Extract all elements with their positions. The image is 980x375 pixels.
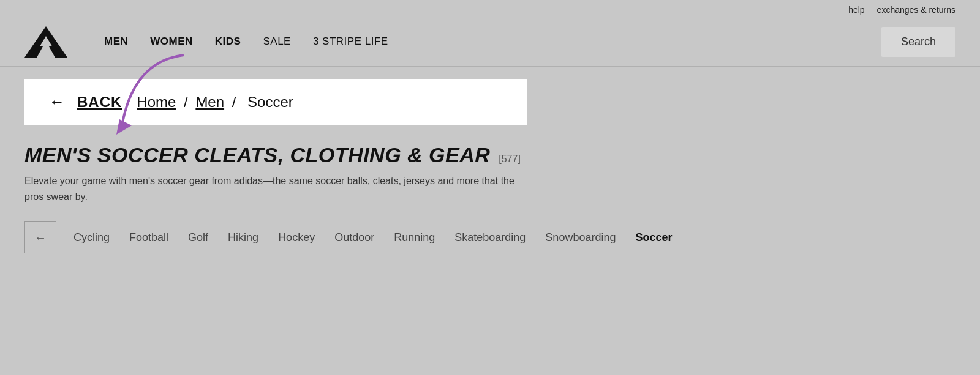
sport-items-list: CyclingFootballGolfHikingHockeyOutdoorRu… [56, 231, 673, 244]
sport-item-skateboarding[interactable]: Skateboarding [454, 231, 526, 244]
arrow-annotation [86, 49, 208, 149]
nav-women[interactable]: WOMEN [150, 35, 193, 48]
utility-bar: help exchanges & returns [0, 0, 980, 17]
svg-marker-3 [116, 119, 132, 135]
sport-item-running[interactable]: Running [394, 231, 435, 244]
nav-men[interactable]: MEN [104, 35, 128, 48]
annotation-arrow-icon [86, 49, 208, 147]
breadcrumb-separator-2: / [232, 94, 240, 110]
sport-item-hockey[interactable]: Hockey [278, 231, 315, 244]
nav-kids[interactable]: KIDS [215, 35, 241, 48]
sport-item-golf[interactable]: Golf [188, 231, 208, 244]
svg-marker-0 [24, 26, 67, 58]
jerseys-link[interactable]: jerseys [404, 176, 435, 186]
sport-item-snowboarding[interactable]: Snowboarding [545, 231, 616, 244]
filter-back-button[interactable]: ← [24, 221, 56, 253]
search-button[interactable]: Search [881, 27, 956, 57]
breadcrumb-current: Soccer [247, 94, 293, 110]
sport-item-cycling[interactable]: Cycling [74, 231, 110, 244]
product-count: [577] [499, 154, 521, 165]
description-text-1: Elevate your game with men's soccer gear… [24, 176, 401, 186]
nav-stripe-life[interactable]: 3 STRIPE LIFE [313, 35, 388, 48]
adidas-logo-icon [24, 25, 67, 59]
exchanges-link[interactable]: exchanges & returns [877, 5, 956, 15]
page-description: Elevate your game with men's soccer gear… [24, 173, 514, 204]
sport-item-football[interactable]: Football [129, 231, 168, 244]
sport-filter-bar: ← CyclingFootballGolfHikingHockeyOutdoor… [24, 221, 956, 253]
nav-sale[interactable]: SALE [263, 35, 290, 48]
back-arrow-icon: ← [49, 92, 65, 111]
logo[interactable] [24, 25, 67, 59]
sport-item-hiking[interactable]: Hiking [228, 231, 258, 244]
nav-links: MEN WOMEN KIDS SALE 3 STRIPE LIFE [104, 35, 881, 48]
help-link[interactable]: help [848, 5, 864, 15]
sport-item-outdoor[interactable]: Outdoor [334, 231, 374, 244]
sport-item-soccer[interactable]: Soccer [635, 231, 672, 244]
